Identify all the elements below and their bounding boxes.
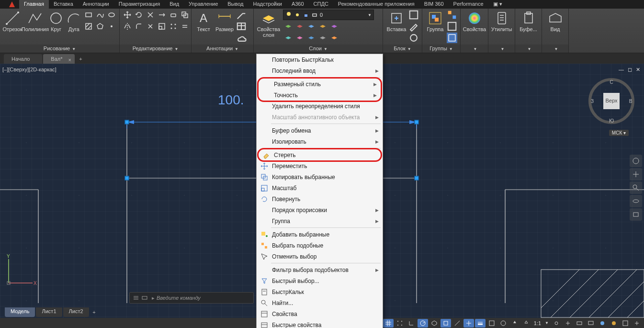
cmd-clipboard[interactable]: Буфе...	[518, 10, 539, 32]
tab-main[interactable]: Главная	[19, 0, 49, 9]
panel-annot-title[interactable]: Аннотации▼	[192, 45, 253, 53]
ctx-find[interactable]: Найти...	[257, 297, 383, 308]
app-icon[interactable]	[5, 0, 19, 9]
doc-tab-add[interactable]: +	[76, 54, 85, 64]
cmd-line-segment[interactable]: Отрезок	[2, 10, 23, 32]
tab-perf[interactable]: Performance	[449, 0, 488, 9]
status-hw-icon[interactable]	[597, 319, 608, 328]
cmd-text[interactable]: A Текст	[194, 10, 213, 32]
tab-a360[interactable]: A360	[287, 0, 309, 9]
ctx-qprops[interactable]: Быстрые свойства	[257, 319, 383, 328]
ctx-qselect[interactable]: Быстрый выбор...	[257, 275, 383, 286]
layer-off-icon[interactable]	[294, 21, 305, 32]
cmd-rect-icon[interactable]	[83, 10, 94, 20]
status-otrack-icon[interactable]	[463, 319, 474, 328]
status-monitor-icon[interactable]	[586, 319, 596, 328]
nav-showmotion-icon[interactable]	[630, 208, 642, 221]
cmd-mirror-icon[interactable]	[122, 21, 133, 32]
cmd-trim-icon[interactable]	[145, 10, 156, 20]
grip[interactable]	[415, 120, 419, 124]
command-line[interactable]: ▸ Введите команду	[129, 292, 254, 304]
status-iso-icon[interactable]	[429, 319, 440, 328]
cmd-group-edit-icon[interactable]	[447, 21, 457, 32]
ctx-erase[interactable]: Стереть	[259, 149, 381, 160]
cmd-group[interactable]: Группа	[425, 10, 446, 32]
cmd-props[interactable]: Свойства	[463, 10, 486, 32]
panel-block-title[interactable]: Блок▼	[383, 45, 422, 53]
tab-recom[interactable]: Рекомендованные приложения	[333, 0, 419, 9]
cmd-erase-icon[interactable]	[168, 10, 179, 20]
nav-wheel-icon[interactable]	[630, 155, 642, 167]
status-clean-icon[interactable]	[620, 319, 631, 328]
ctx-qcalc[interactable]: БыстрКальк	[257, 286, 383, 297]
cmd-array-icon[interactable]	[168, 21, 179, 32]
cmd-extend-icon[interactable]	[157, 10, 167, 20]
cmd-spline-icon[interactable]	[95, 10, 105, 20]
cmd-circle[interactable]: Круг	[47, 10, 64, 32]
cmd-create-block-icon[interactable]	[408, 10, 419, 20]
cmd-layer-props[interactable]: Свойства слоя	[256, 10, 281, 38]
status-polar-icon[interactable]	[418, 319, 428, 328]
tab-extra[interactable]: ▣ ▾	[488, 0, 507, 9]
cmd-rotate-icon[interactable]	[134, 10, 144, 20]
ctx-move[interactable]: Переместить	[257, 160, 383, 171]
grip[interactable]	[125, 176, 129, 181]
ctx-addselected[interactable]: Добавить выбранные	[257, 229, 383, 240]
panel-draw-title[interactable]: Рисование▼	[0, 45, 119, 53]
cmd-viewbase[interactable]: Вид	[544, 10, 566, 32]
tab-view[interactable]: Вид	[165, 0, 184, 9]
cmd-polygon-icon[interactable]	[95, 21, 105, 32]
status-trans-icon[interactable]	[486, 319, 497, 328]
cmd-arc[interactable]: Дуга	[66, 10, 82, 32]
layout-tab-add[interactable]: +	[90, 307, 99, 317]
cmd-edit-block-icon[interactable]	[408, 21, 419, 32]
status-snap-icon[interactable]	[395, 319, 405, 328]
cmd-ellipse-icon[interactable]	[106, 10, 117, 20]
doc-tab-active[interactable]: Вал*×	[43, 54, 75, 64]
status-grid-icon[interactable]	[383, 319, 394, 328]
panel-layer-title[interactable]: Слои▼	[254, 45, 383, 53]
status-plus-icon[interactable]	[563, 319, 573, 328]
ctx-props[interactable]: Свойства	[257, 308, 383, 319]
panel-util-title[interactable]: ▼	[488, 45, 515, 53]
ctx-deselect[interactable]: Отменить выбор	[257, 251, 383, 262]
status-annoscale-icon[interactable]	[521, 319, 531, 328]
layer-iso-icon[interactable]	[283, 21, 294, 32]
status-3dosnap-icon[interactable]	[452, 319, 463, 328]
status-ws-icon[interactable]	[574, 319, 585, 328]
layer-b-icon[interactable]	[294, 33, 305, 43]
layer-e-icon[interactable]	[329, 33, 339, 43]
nav-pan-icon[interactable]	[630, 168, 642, 181]
panel-props-title[interactable]: ▼	[461, 45, 488, 53]
viewcube[interactable]: Верх С Ю З В	[588, 77, 635, 125]
cmd-explode-icon[interactable]	[145, 21, 156, 32]
layout-tab-1[interactable]: Лист1	[36, 307, 62, 317]
cmd-fillet-icon[interactable]	[134, 21, 144, 32]
status-anno-icon[interactable]	[509, 319, 520, 328]
layer-lock-icon[interactable]	[317, 21, 328, 32]
cmd-leader-icon[interactable]	[236, 10, 247, 20]
ctx-copy[interactable]: Копировать выбранные	[257, 171, 383, 182]
panel-view-title[interactable]: ▼	[542, 45, 568, 53]
cmd-history-icon[interactable]	[133, 294, 139, 301]
tab-output[interactable]: Вывод	[223, 0, 248, 9]
ctx-precision[interactable]: Точность▶	[259, 90, 381, 101]
cmd-util[interactable]: Утилиты	[491, 10, 512, 32]
doc-tab-start[interactable]: Начало	[4, 54, 42, 64]
panel-clip-title[interactable]: ▼	[515, 45, 542, 53]
ctx-scale[interactable]: Масштаб	[257, 182, 383, 193]
cmd-offset-icon[interactable]	[180, 21, 190, 32]
layer-c-icon[interactable]	[306, 33, 316, 43]
layer-match-icon[interactable]	[329, 21, 339, 32]
cmd-block-insert[interactable]: Вставка	[385, 10, 407, 32]
ctx-dim-style[interactable]: Размерный стиль▶	[259, 79, 381, 90]
nav-zoom-icon[interactable]	[630, 181, 642, 194]
layout-tab-model[interactable]: Модель	[5, 307, 35, 317]
tab-manage[interactable]: Управление	[184, 0, 223, 9]
layout-tab-2[interactable]: Лист2	[63, 307, 89, 317]
layer-a-icon[interactable]	[283, 33, 294, 43]
ctx-isolate[interactable]: Изолировать▶	[257, 136, 383, 147]
tab-annot[interactable]: Аннотации	[78, 0, 114, 9]
cmd-cloud-icon[interactable]	[236, 33, 247, 43]
dimension-text[interactable]: 100.	[218, 92, 244, 108]
